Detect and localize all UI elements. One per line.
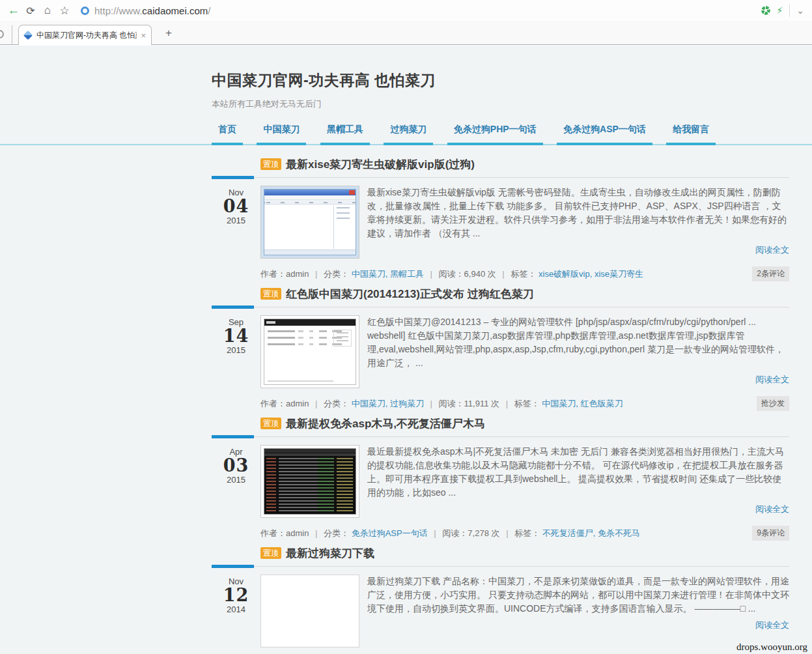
back-icon[interactable]: ←: [5, 3, 22, 18]
tab-favicon: [23, 31, 33, 40]
tag-link[interactable]: xise破解版vip,: [539, 269, 592, 279]
tag-link[interactable]: xise菜刀寄生: [595, 269, 643, 279]
category-link[interactable]: 黑帽工具: [390, 269, 424, 279]
main-nav: 首页 中国菜刀 黑帽工具 过狗菜刀 免杀过狗PHP一句话 免杀过狗ASP一句话 …: [212, 123, 789, 145]
url-prefix: http://www.: [94, 5, 142, 16]
post-excerpt: 最近最新提权免杀asp木马|不死复活僵尸木马 未加密 无后门 兼容各类浏览器相当…: [367, 445, 789, 500]
url-suffix: /: [208, 5, 210, 16]
post-divider: [212, 435, 789, 438]
pinned-badge: 置顶: [260, 288, 281, 300]
url-domain: caidaomei.com: [142, 5, 208, 16]
site-subtitle: 本站所有工具绝对无马无后门: [212, 98, 789, 110]
post-author: 作者：admin: [260, 399, 309, 408]
post-divider: [212, 176, 789, 179]
address-bar[interactable]: http://www.caidaomei.com/: [94, 5, 761, 16]
tab-strip: 中国菜刀官网-功夫再高 也怕菜 × +: [0, 21, 812, 45]
comments-badge[interactable]: 抢沙发: [757, 396, 789, 411]
post-list: 置顶 最新xise菜刀寄生虫破解版vip版(过狗) Nov 04 2015: [212, 157, 789, 654]
views-count: 阅读：11,911 次: [439, 399, 499, 408]
tags-label: 标签：: [514, 399, 540, 408]
category-link[interactable]: 中国菜刀,: [352, 269, 388, 279]
post-title-link[interactable]: 最新提权免杀asp木马,不死复活僵尸木马: [286, 416, 485, 431]
tags-label: 标签：: [514, 528, 540, 538]
views-count: 阅读：6,940 次: [439, 269, 496, 279]
post-thumbnail-image[interactable]: [260, 315, 359, 388]
post-item: 置顶 最新过狗菜刀下载 Nov 12 2014 最新过狗菜刀下载 产品名称：中国…: [212, 546, 789, 654]
post-title-link[interactable]: 最新xise菜刀寄生虫破解版vip版(过狗): [286, 157, 475, 172]
nav-item-home[interactable]: 首页: [212, 124, 243, 145]
post-author: 作者：admin: [260, 528, 309, 538]
nav-item-china-chopper[interactable]: 中国菜刀: [257, 124, 306, 145]
post-date: Nov 04 2015: [212, 186, 260, 259]
home-icon[interactable]: ⌂: [39, 4, 56, 17]
post-title-link[interactable]: 最新过狗菜刀下载: [286, 546, 374, 561]
nav-item-asp-oneliner[interactable]: 免杀过狗ASP一句话: [557, 124, 652, 145]
views-count: 阅读：7,278 次: [442, 528, 499, 538]
category-label: 分类：: [324, 399, 349, 408]
site-title: 中国菜刀官网-功夫再高 也怕菜刀: [212, 70, 789, 91]
category-link[interactable]: 免杀过狗ASP一句话: [352, 528, 428, 538]
post-thumbnail-image[interactable]: [260, 186, 359, 259]
category-label: 分类：: [324, 269, 349, 279]
post-excerpt: 红色版中国菜刀@20141213 – 专业的网站管理软件 [php/jsp/as…: [367, 315, 789, 370]
comments-badge[interactable]: 9条评论: [752, 526, 789, 541]
partial-tab[interactable]: [0, 25, 12, 44]
post-excerpt: 最新xise菜刀寄生虫破解版vip版 无需帐号密码登陆。生成寄生虫，自动修改生成…: [367, 186, 789, 240]
tags-label: 标签：: [511, 269, 536, 279]
read-more-link[interactable]: 阅读全文: [755, 245, 789, 255]
post-excerpt: 最新过狗菜刀下载 产品名称：中国菜刀，不是原来切菜做饭的道具，而是一款专业的网站…: [367, 575, 789, 616]
read-more-link[interactable]: 阅读全文: [755, 504, 789, 514]
pinned-badge: 置顶: [260, 547, 281, 559]
category-link[interactable]: 中国菜刀,: [352, 399, 388, 408]
post-meta: 作者：admin | 分类： 中国菜刀, 黑帽工具 | 阅读：6,940 次 |…: [260, 266, 789, 281]
post-title-link[interactable]: 红色版中国菜刀(20141213)正式发布 过狗红色菜刀: [286, 287, 534, 302]
post-divider: [212, 565, 789, 568]
loading-arc-icon: [0, 30, 4, 38]
category-link[interactable]: 过狗菜刀: [390, 399, 424, 408]
tag-link[interactable]: 中国菜刀,: [542, 399, 578, 408]
nav-item-blackhat-tools[interactable]: 黑帽工具: [320, 124, 370, 145]
read-more-link[interactable]: 阅读全文: [755, 375, 789, 384]
pinned-badge: 置顶: [260, 158, 281, 170]
nav-item-guogou-chopper[interactable]: 过狗菜刀: [384, 124, 433, 145]
post-meta: 作者：admin | 分类： 中国菜刀, 过狗菜刀 | 阅读：11,911 次 …: [260, 396, 789, 411]
post-date: Nov 12 2014: [212, 575, 260, 647]
tag-link[interactable]: 不死复活僵尸,: [542, 528, 596, 538]
lightning-extension-icon[interactable]: ⚡: [776, 5, 783, 16]
category-label: 分类：: [324, 528, 349, 538]
watermark: drops.wooyun.org: [736, 642, 807, 653]
post-item: 置顶 红色版中国菜刀(20141213)正式发布 过狗红色菜刀 Sep 14 2…: [212, 287, 789, 411]
tag-link[interactable]: 免杀不死马: [598, 528, 640, 538]
chevron-down-icon[interactable]: ⌄: [789, 4, 809, 17]
new-tab-button[interactable]: +: [161, 27, 176, 40]
active-tab[interactable]: 中国菜刀官网-功夫再高 也怕菜 ×: [18, 25, 152, 45]
nav-item-message[interactable]: 给我留言: [666, 124, 716, 145]
thumb-close-icon: [349, 190, 355, 195]
tab-title: 中国菜刀官网-功夫再高 也怕菜: [36, 30, 137, 41]
post-meta: 作者：admin | 分类： 免杀过狗ASP一句话 | 阅读：7,278 次 |…: [260, 526, 789, 541]
refresh-icon[interactable]: ⟳: [22, 5, 39, 17]
site-security-icon: [81, 7, 89, 15]
post-author: 作者：admin: [260, 269, 309, 279]
comments-badge[interactable]: 2条评论: [752, 266, 789, 281]
pinned-badge: 置顶: [260, 418, 281, 429]
post-date: Apr 03 2015: [212, 445, 260, 518]
post-divider: [212, 306, 789, 309]
post-thumbnail-image[interactable]: [260, 575, 359, 647]
page-viewport: 中国菜刀官网-功夫再高 也怕菜刀 本站所有工具绝对无马无后门 首页 中国菜刀 黑…: [0, 46, 812, 654]
toolbar-extensions: ⚡ ⌄: [761, 4, 809, 17]
post-thumbnail-image[interactable]: [260, 445, 359, 518]
screenshot-extension-icon[interactable]: [761, 6, 770, 15]
tab-close-icon[interactable]: ×: [141, 31, 146, 40]
browser-toolbar: ← ⟳ ⌂ ☆ http://www.caidaomei.com/ ⚡ ⌄: [0, 0, 812, 21]
post-date: Sep 14 2015: [212, 315, 260, 388]
bookmark-star-icon[interactable]: ☆: [56, 4, 73, 18]
read-more-link[interactable]: 阅读全文: [755, 620, 789, 630]
tag-link[interactable]: 红色版菜刀: [581, 399, 623, 408]
nav-item-php-oneliner[interactable]: 免杀过狗PHP一句话: [447, 124, 543, 145]
post-item: 置顶 最新xise菜刀寄生虫破解版vip版(过狗) Nov 04 2015: [212, 157, 789, 281]
post-item: 置顶 最新提权免杀asp木马,不死复活僵尸木马 Apr 03 2015: [212, 416, 789, 541]
